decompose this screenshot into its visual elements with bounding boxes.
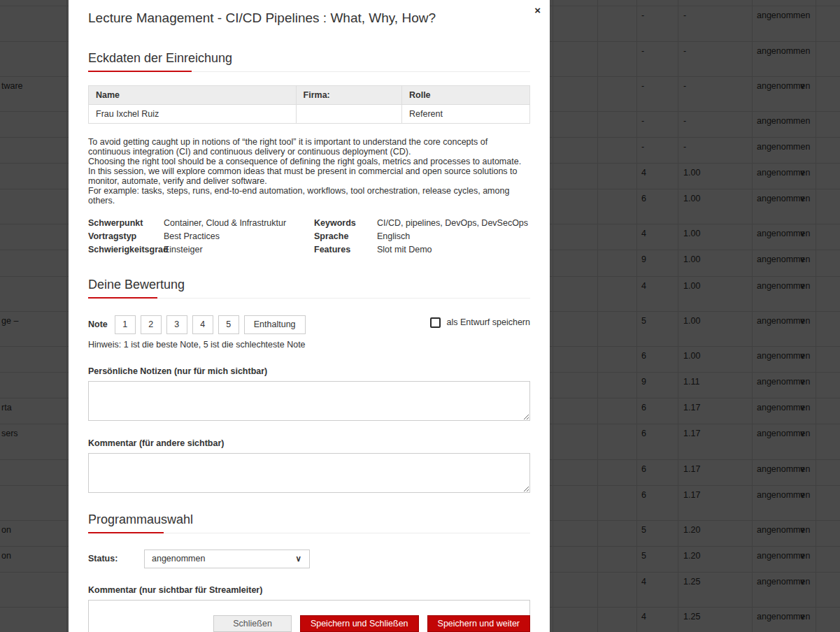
column-header-firma: Firma: [296,85,401,104]
abstract-line: In this session, we will explore common … [88,166,530,186]
status-select[interactable]: angenommen ∨ [144,550,310,568]
grade-4-button[interactable]: 4 [192,315,213,334]
section-heading-eckdaten: Eckdaten der Einreichung [88,51,232,71]
status-label: Status: [88,554,144,563]
meta-label: Schwierigkeitsgrad [88,243,164,257]
note-label: Note [88,319,108,329]
meta-value: Englisch [377,230,410,243]
meta-value: Container, Cloud & Infrastruktur [164,217,286,230]
meta-label: Schwerpunkt [88,217,164,230]
abstract-line: To avoid getting caught up in notions of… [88,137,530,157]
abstract-line: For example: tasks, steps, runs, end-to-… [88,186,530,206]
draft-checkbox-label: als Entwurf speichern [446,317,530,327]
comment-textarea[interactable] [88,453,530,493]
personal-notes-label: Persönliche Notizen (nur für mich sichtb… [88,366,530,376]
section-heading-bewertung: Deine Bewertung [88,278,185,298]
meta-label: Vortragstyp [88,230,164,243]
speaker-firma [296,104,401,123]
comment-label: Kommentar (für andere sichtbar) [88,438,530,448]
close-icon[interactable]: × [534,5,541,15]
grade-5-button[interactable]: 5 [218,315,239,334]
section-heading-programmauswahl: Programmauswahl [88,512,193,533]
speaker-rolle: Referent [402,104,530,123]
meta-value: Best Practices [164,230,220,243]
grade-3-button[interactable]: 3 [166,315,187,334]
table-row: Frau Ixchel Ruiz Referent [89,104,530,123]
meta-value: Slot mit Demo [377,243,432,257]
lecture-management-modal: × Lecture Management - CI/CD Pipelines :… [69,0,550,632]
save-and-next-button[interactable]: Speichern und weiter [427,615,530,632]
save-and-close-button[interactable]: Speichern und Schließen [300,615,419,632]
meta-label: Sprache [314,230,377,243]
speaker-table: Name Firma: Rolle Frau Ixchel Ruiz Refer… [88,85,530,124]
draft-checkbox[interactable] [430,317,441,328]
chevron-down-icon: ∨ [296,550,301,568]
close-button[interactable]: Schließen [213,615,292,632]
stream-comment-label: Kommentar (nur sichtbar für Streamleiter… [88,585,530,595]
submission-meta: SchwerpunktContainer, Cloud & Infrastruk… [88,217,530,257]
modal-title: Lecture Management - CI/CD Pipelines : W… [88,0,530,28]
meta-label: Keywords [314,217,377,230]
personal-notes-textarea[interactable] [88,381,530,421]
status-select-value: angenommen [152,554,205,563]
column-header-rolle: Rolle [402,85,530,104]
abstain-button[interactable]: Enthaltung [244,315,306,334]
speaker-name: Frau Ixchel Ruiz [89,104,297,123]
meta-value: CI/CD, pipelines, DevOps, DevSecOps [377,217,528,230]
grade-hint: Hinweis: 1 ist die beste Note, 5 ist die… [88,340,530,350]
grade-1-button[interactable]: 1 [115,315,136,334]
abstract-text: To avoid getting caught up in notions of… [88,137,530,206]
grade-2-button[interactable]: 2 [141,315,162,334]
meta-value: Einsteiger [164,243,203,257]
abstract-line: Choosing the right tool should be a cons… [88,157,530,166]
column-header-name: Name [89,85,297,104]
meta-label: Features [314,243,377,257]
